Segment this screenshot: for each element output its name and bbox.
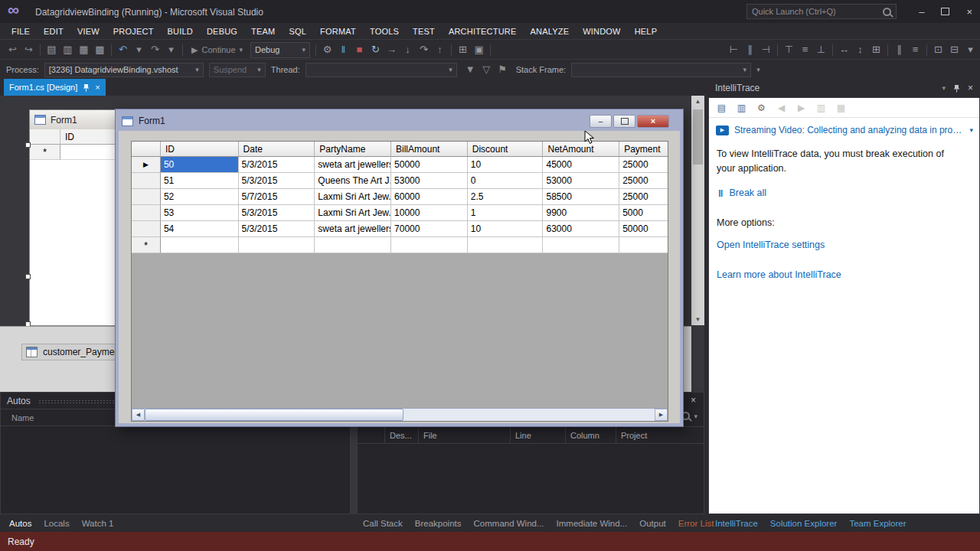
new-file-icon[interactable]: ▤ [44, 41, 60, 59]
grid-cell[interactable]: 25000 [619, 189, 668, 205]
intellitrace-titlebar[interactable]: IntelliTrace ▾ × [708, 79, 980, 97]
errorlist-column-project[interactable]: Project [616, 427, 704, 443]
step-out-icon[interactable]: ↑ [432, 41, 448, 59]
toolbar-overflow-icon[interactable]: ▾ [962, 41, 978, 59]
menu-item-edit[interactable]: EDIT [37, 24, 70, 38]
continue-button[interactable]: ▶ Continue ▾ [186, 44, 248, 57]
grid-cell[interactable]: 5/3/2015 [239, 205, 315, 221]
thread-dropdown[interactable]: ▾ [305, 63, 457, 77]
grid-cell[interactable]: sweta art jewellers [315, 221, 391, 237]
it-prev-event-icon[interactable]: ◀ [775, 99, 788, 116]
row-header[interactable] [132, 173, 161, 189]
grid-cell[interactable]: 0 [468, 173, 544, 189]
hex-display-icon[interactable]: ⊞ [455, 41, 471, 59]
pin-icon[interactable] [83, 83, 90, 92]
save-all-icon[interactable]: ▩ [92, 41, 108, 59]
column-header-partyname[interactable]: PartyName [315, 142, 391, 157]
column-header-discount[interactable]: Discount [468, 142, 544, 157]
grid-cell[interactable]: 50000 [619, 221, 668, 237]
menu-item-project[interactable]: PROJECT [106, 24, 161, 38]
form-maximize-button[interactable] [613, 115, 635, 128]
grid-cell[interactable]: 45000 [543, 157, 619, 173]
form-close-button[interactable]: × [637, 115, 669, 128]
open-file-icon[interactable]: ▥ [60, 41, 76, 59]
new-row-header[interactable]: * [132, 237, 161, 253]
save-icon[interactable]: ▦ [76, 41, 92, 59]
scroll-left-icon[interactable]: ◀ [132, 409, 145, 421]
break-all-link[interactable]: ‖ Break all [709, 176, 979, 199]
grid-cell[interactable] [619, 237, 668, 253]
undo-icon[interactable]: ↶ [115, 41, 131, 59]
errorlist-column-column[interactable]: Column [566, 427, 616, 443]
grid-cell[interactable]: 63000 [543, 221, 619, 237]
grid-cell[interactable]: 52 [161, 189, 239, 205]
streaming-video-link[interactable]: ▶ Streaming Video: Collecting and analyz… [709, 118, 979, 135]
nav-forward-icon[interactable]: ↪ [21, 41, 37, 59]
row-header[interactable]: ▶ [132, 157, 161, 173]
column-header-id[interactable]: ID [161, 142, 239, 157]
grid-cell[interactable] [161, 237, 239, 253]
designer-resize-handle[interactable] [25, 274, 31, 279]
quick-launch-box[interactable]: Quick Launch (Ctrl+Q) [746, 4, 897, 19]
errorlist-column-des[interactable]: Des... [385, 427, 419, 443]
menu-item-debug[interactable]: DEBUG [200, 24, 244, 38]
grid-cell[interactable]: 5/3/2015 [239, 173, 315, 189]
scroll-down-icon[interactable]: ▼ [691, 316, 704, 323]
component-customer-payment[interactable]: customer_Payment [21, 344, 129, 360]
menu-item-file[interactable]: FILE [5, 24, 37, 38]
grid-cell[interactable]: 5/7/2015 [239, 189, 315, 205]
align-middles-icon[interactable]: ≡ [797, 41, 813, 59]
grid-cell[interactable] [391, 237, 468, 253]
grid-cell[interactable] [468, 237, 544, 253]
stack-frame-dropdown[interactable]: ▾ [571, 63, 751, 77]
window-position-icon[interactable]: ▾ [942, 84, 946, 92]
close-button[interactable]: × [966, 6, 972, 18]
grid-cell[interactable]: Laxmi Sri Art Jew... [315, 205, 391, 221]
scroll-right-icon[interactable]: ▶ [655, 409, 668, 421]
grid-cell[interactable]: sweta art jewellers [315, 157, 391, 173]
grid-cell[interactable]: 10 [468, 157, 544, 173]
datagridview[interactable]: IDDatePartyNameBillAmountDiscountNetAmou… [131, 141, 668, 422]
open-intellitrace-settings-link[interactable]: Open IntelliTrace settings [709, 228, 979, 250]
panel-tab-breakpoints[interactable]: Breakpoints [409, 516, 468, 531]
grid-cell[interactable]: 9900 [543, 205, 619, 221]
designer-resize-handle[interactable] [25, 142, 31, 148]
restore-button[interactable] [941, 8, 949, 15]
grid-cell[interactable] [239, 237, 315, 253]
grid-corner-header[interactable] [132, 142, 161, 157]
grid-cell[interactable]: 1 [468, 205, 544, 221]
debug-target-dropdown[interactable]: Debug ▾ [250, 42, 310, 58]
panel-tab-locals[interactable]: Locals [38, 516, 75, 531]
grid-cell[interactable]: 2.5 [468, 189, 544, 205]
menu-item-window[interactable]: WINDOW [576, 24, 627, 38]
scrollbar-thumb[interactable] [145, 409, 403, 421]
menu-item-sql[interactable]: SQL [282, 24, 313, 38]
step-into-icon[interactable]: ↓ [400, 41, 416, 59]
horizontal-spacing-icon[interactable]: ∥ [891, 41, 907, 59]
send-to-back-icon[interactable]: ⊟ [946, 41, 962, 59]
align-lefts-icon[interactable]: ⊢ [726, 41, 742, 59]
flag-threads-icon[interactable]: ⚑ [495, 60, 511, 79]
designer-grid-column-id[interactable]: ID [60, 129, 117, 145]
column-header-date[interactable]: Date [239, 142, 315, 157]
break-all-icon[interactable]: ‖ [335, 41, 351, 59]
grid-cell[interactable]: 53000 [391, 173, 468, 189]
grid-cell[interactable]: Laxmi Sri Art Jew... [315, 189, 391, 205]
it-settings-gear-icon[interactable]: ⚙ [755, 99, 768, 116]
app-form-window[interactable]: Form1 – × IDDatePartyNameBillAmountDisco… [115, 109, 684, 427]
menu-item-analyze[interactable]: ANALYZE [524, 24, 577, 38]
panel-tab-output[interactable]: Output [633, 516, 672, 531]
panel-tab-call-stack[interactable]: Call Stack [357, 516, 409, 531]
align-bottoms-icon[interactable]: ⊥ [813, 41, 829, 59]
form-minimize-button[interactable]: – [590, 115, 612, 128]
grid-cell[interactable]: 50000 [391, 157, 468, 173]
restart-icon[interactable]: ↻ [368, 41, 384, 59]
make-same-width-icon[interactable]: ↔ [836, 41, 852, 59]
debug-properties-icon[interactable]: ⚙ [319, 41, 335, 59]
panel-tab-autos[interactable]: Autos [3, 516, 38, 531]
column-header-netamount[interactable]: NetAmount [543, 142, 619, 157]
close-panel-icon[interactable]: × [691, 395, 696, 406]
make-same-size-icon[interactable]: ⊞ [868, 41, 884, 59]
grid-horizontal-scrollbar[interactable]: ◀ ▶ [132, 408, 668, 421]
align-rights-icon[interactable]: ⊣ [758, 41, 774, 59]
